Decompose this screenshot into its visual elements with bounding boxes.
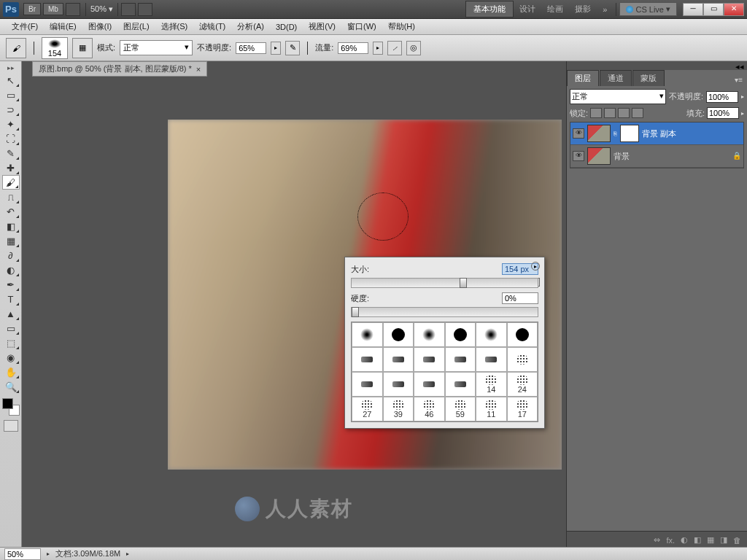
- brush-preset[interactable]: [352, 322, 383, 347]
- close-tab-icon[interactable]: ×: [196, 65, 201, 74]
- pen-tool[interactable]: ✒: [2, 277, 20, 292]
- eyedropper-tool[interactable]: ✎: [2, 146, 20, 160]
- color-swatches[interactable]: [2, 398, 20, 416]
- fill-input[interactable]: [707, 107, 739, 119]
- zoom-select[interactable]: 50% ▾: [89, 3, 115, 15]
- menu-filter[interactable]: 滤镜(T): [193, 20, 231, 34]
- blur-tool[interactable]: ∂: [2, 248, 20, 262]
- lasso-tool[interactable]: ⊃: [2, 102, 20, 117]
- brush-preset[interactable]: [507, 322, 538, 347]
- opacity-input[interactable]: [236, 42, 266, 54]
- layer-opacity-input[interactable]: [706, 91, 738, 103]
- brush-preset[interactable]: [476, 322, 507, 347]
- document-tab[interactable]: 原图.bmp @ 50% (背景 副本, 图层蒙版/8) *×: [32, 61, 207, 77]
- marquee-tool[interactable]: ▭: [2, 88, 20, 102]
- menu-layer[interactable]: 图层(L): [117, 20, 155, 34]
- tab-channels[interactable]: 通道: [600, 70, 632, 86]
- workspace-more[interactable]: »: [603, 5, 607, 14]
- zoom-tool[interactable]: 🔍: [2, 379, 20, 394]
- workspace-photo[interactable]: 摄影: [575, 4, 591, 15]
- close-button[interactable]: ✕: [724, 3, 744, 16]
- type-tool[interactable]: T: [2, 292, 20, 306]
- healing-tool[interactable]: ✚: [2, 160, 20, 175]
- crop-tool[interactable]: ⛶: [2, 131, 20, 146]
- brush-panel-toggle-icon[interactable]: ▦: [72, 38, 93, 58]
- path-select-tool[interactable]: ▲: [2, 306, 20, 321]
- menu-view[interactable]: 视图(V): [303, 20, 341, 34]
- history-brush-tool[interactable]: ↶: [2, 204, 20, 219]
- fx-icon[interactable]: fx.: [666, 536, 675, 545]
- brush-hardness-slider[interactable]: [351, 307, 538, 317]
- lock-transparent-icon[interactable]: [590, 108, 602, 118]
- tool-preset-icon[interactable]: 🖌: [6, 38, 26, 58]
- menu-select[interactable]: 选择(S): [155, 20, 194, 34]
- tab-layers[interactable]: 图层: [567, 70, 599, 86]
- brush-preset[interactable]: 24: [507, 372, 538, 397]
- lock-all-icon[interactable]: [632, 108, 643, 118]
- flow-input[interactable]: [338, 42, 368, 54]
- workspace-paint[interactable]: 绘画: [547, 4, 563, 15]
- menu-edit[interactable]: 编辑(E): [44, 20, 82, 34]
- brush-preset[interactable]: [352, 347, 383, 372]
- extras-icon[interactable]: [138, 3, 152, 16]
- 3d-tool[interactable]: ⬚: [2, 335, 20, 350]
- brush-preset[interactable]: 39: [383, 397, 414, 421]
- menu-image[interactable]: 图像(I): [82, 20, 117, 34]
- menu-file[interactable]: 文件(F): [6, 20, 44, 34]
- mask-thumb[interactable]: [620, 125, 639, 142]
- shape-tool[interactable]: ▭: [2, 321, 20, 335]
- visibility-icon[interactable]: 👁: [573, 151, 584, 161]
- bridge-button[interactable]: Br: [23, 3, 41, 15]
- quick-mask-button[interactable]: [4, 420, 18, 432]
- brush-preset[interactable]: 17: [507, 397, 538, 421]
- brush-preset[interactable]: [507, 347, 538, 372]
- brush-preset[interactable]: 14: [476, 372, 507, 397]
- status-zoom-input[interactable]: [4, 548, 41, 560]
- panel-menu-icon[interactable]: ▾≡: [730, 74, 747, 86]
- layer-thumb[interactable]: [587, 147, 611, 165]
- hand-tool[interactable]: ✋: [2, 365, 20, 379]
- brush-preset[interactable]: [383, 372, 414, 397]
- brush-tool[interactable]: 🖌: [2, 175, 20, 190]
- flow-arrow-icon[interactable]: ▸: [373, 42, 383, 55]
- brush-preset-picker[interactable]: 154: [42, 37, 68, 59]
- tablet-opacity-icon[interactable]: ✎: [285, 41, 300, 55]
- layer-blend-select[interactable]: 正常▾: [570, 89, 666, 104]
- blend-mode-select[interactable]: 正常▾: [120, 40, 193, 55]
- brush-hardness-input[interactable]: [502, 292, 538, 304]
- eraser-tool[interactable]: ◧: [2, 219, 20, 233]
- popup-flyout-icon[interactable]: ▸: [531, 262, 540, 271]
- brush-preset[interactable]: 11: [476, 397, 507, 421]
- airbrush-icon[interactable]: ⟋: [387, 41, 402, 55]
- minimize-button[interactable]: ─: [683, 3, 703, 16]
- layer-row[interactable]: 👁背景🔒: [570, 145, 743, 168]
- lock-pixels-icon[interactable]: [604, 108, 616, 118]
- lock-position-icon[interactable]: [618, 108, 630, 118]
- brush-preset[interactable]: [445, 347, 476, 372]
- brush-preset[interactable]: [383, 322, 414, 347]
- cslive-button[interactable]: CS Live ▾: [619, 2, 677, 16]
- layer-row[interactable]: 👁⎘背景 副本: [570, 122, 743, 145]
- delete-layer-icon[interactable]: 🗑: [733, 536, 741, 545]
- brush-preset[interactable]: [352, 372, 383, 397]
- group-icon[interactable]: ▦: [707, 535, 714, 545]
- visibility-icon[interactable]: 👁: [573, 128, 584, 139]
- brush-preset[interactable]: [445, 372, 476, 397]
- screen-mode-icon[interactable]: [66, 3, 80, 16]
- foreground-color[interactable]: [2, 398, 13, 409]
- minibridge-button[interactable]: Mb: [43, 3, 63, 15]
- quick-select-tool[interactable]: ✦: [2, 117, 20, 131]
- tab-masks[interactable]: 蒙版: [632, 70, 665, 86]
- workspace-design[interactable]: 设计: [519, 4, 535, 15]
- panel-collapse-bar[interactable]: ◂◂: [567, 61, 747, 70]
- mask-icon[interactable]: ◐: [681, 535, 688, 545]
- new-layer-icon[interactable]: ◨: [720, 535, 727, 545]
- brush-preset[interactable]: 27: [352, 397, 383, 421]
- workspace-active[interactable]: 基本功能: [465, 1, 514, 18]
- opacity-pressure-icon[interactable]: ▸: [271, 42, 281, 55]
- maximize-button[interactable]: ▭: [703, 3, 724, 16]
- menu-window[interactable]: 窗口(W): [341, 20, 382, 34]
- brush-size-slider[interactable]: [351, 278, 538, 288]
- brush-preset[interactable]: [476, 347, 507, 372]
- link-layers-icon[interactable]: ⇔: [654, 535, 660, 545]
